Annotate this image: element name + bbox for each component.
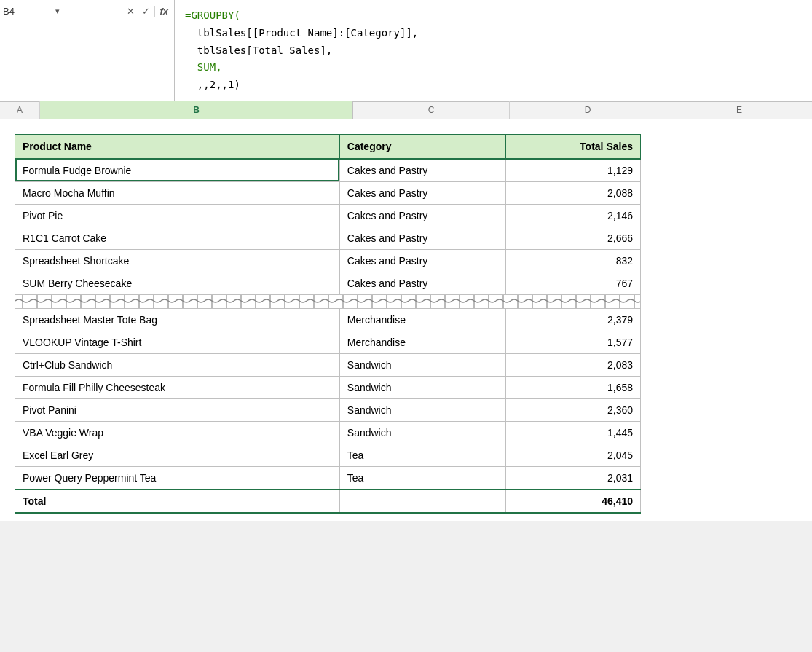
product-name-cell[interactable]: Power Query Peppermint Tea bbox=[15, 466, 340, 490]
total-label-cell: Total bbox=[15, 490, 340, 513]
col-header-d: D bbox=[510, 101, 666, 119]
table-row: Excel Earl Grey Tea 2,045 bbox=[15, 444, 641, 466]
formula-left-panel: ▾ ✕ ✓ fx bbox=[0, 0, 175, 101]
category-cell: Cakes and Pastry bbox=[339, 249, 505, 272]
sales-cell: 1,129 bbox=[506, 159, 641, 182]
table-row: VBA Veggie Wrap Sandwich 1,445 bbox=[15, 421, 641, 444]
product-name-cell[interactable]: Macro Mocha Muffin bbox=[15, 181, 340, 204]
category-cell: Sandwich bbox=[339, 421, 505, 444]
product-name-cell[interactable]: Formula Fill Philly Cheesesteak bbox=[15, 376, 340, 398]
fx-icon[interactable]: fx bbox=[157, 4, 171, 18]
product-name-cell[interactable]: VLOOKUP Vintage T-Shirt bbox=[15, 331, 340, 353]
sales-cell: 2,146 bbox=[506, 204, 641, 227]
sales-cell: 2,360 bbox=[506, 398, 641, 421]
sales-cell: 2,045 bbox=[506, 444, 641, 466]
product-name-cell[interactable]: SUM Berry Cheesecake bbox=[15, 272, 340, 294]
table-row: Spreadsheet Master Tote Bag Merchandise … bbox=[15, 308, 641, 331]
sales-cell: 2,088 bbox=[506, 181, 641, 204]
col-header-category: Category bbox=[339, 134, 505, 159]
table-container: Product Name Category Total Sales Formul… bbox=[0, 119, 812, 521]
table-row: Ctrl+Club Sandwich Sandwich 2,083 bbox=[15, 353, 641, 376]
table-row: Macro Mocha Muffin Cakes and Pastry 2,08… bbox=[15, 181, 641, 204]
table-row: Spreadsheet Shortcake Cakes and Pastry 8… bbox=[15, 249, 641, 272]
category-cell: Tea bbox=[339, 466, 505, 490]
sales-cell: 832 bbox=[506, 249, 641, 272]
product-name-cell[interactable]: R1C1 Carrot Cake bbox=[15, 227, 340, 249]
confirm-formula-button[interactable]: ✓ bbox=[139, 4, 153, 18]
product-name-cell[interactable]: Pivot Pie bbox=[15, 204, 340, 227]
table-row: Formula Fill Philly Cheesesteak Sandwich… bbox=[15, 376, 641, 398]
category-cell: Merchandise bbox=[339, 308, 505, 331]
product-name-cell[interactable]: Formula Fudge Brownie bbox=[15, 159, 340, 182]
product-name-cell[interactable]: Spreadsheet Shortcake bbox=[15, 249, 340, 272]
col-header-b: B bbox=[40, 101, 353, 119]
chevron-down-icon[interactable]: ▾ bbox=[55, 7, 60, 16]
spreadsheet: Product Name Category Total Sales Formul… bbox=[0, 119, 812, 521]
category-cell: Cakes and Pastry bbox=[339, 159, 505, 182]
formula-input[interactable]: =GROUPBY( tblSales[[Product Name]:[Categ… bbox=[175, 0, 812, 101]
squiggly-separator bbox=[15, 294, 641, 308]
sales-cell: 2,083 bbox=[506, 353, 641, 376]
total-category-cell bbox=[339, 490, 505, 513]
name-box[interactable] bbox=[3, 6, 54, 17]
col-header-e: E bbox=[666, 101, 812, 119]
sales-cell: 2,031 bbox=[506, 466, 641, 490]
col-header-total-sales: Total Sales bbox=[506, 134, 641, 159]
table-row: Pivot Panini Sandwich 2,360 bbox=[15, 398, 641, 421]
product-name-cell[interactable]: Spreadsheet Master Tote Bag bbox=[15, 308, 340, 331]
total-row: Total 46,410 bbox=[15, 490, 641, 513]
product-name-cell[interactable]: Ctrl+Club Sandwich bbox=[15, 353, 340, 376]
category-cell: Merchandise bbox=[339, 331, 505, 353]
name-box-area: ▾ ✕ ✓ fx bbox=[0, 0, 174, 23]
sales-cell: 767 bbox=[506, 272, 641, 294]
category-cell: Tea bbox=[339, 444, 505, 466]
product-name-cell[interactable]: Excel Earl Grey bbox=[15, 444, 340, 466]
table-row: VLOOKUP Vintage T-Shirt Merchandise 1,57… bbox=[15, 331, 641, 353]
sales-cell: 1,577 bbox=[506, 331, 641, 353]
category-cell: Cakes and Pastry bbox=[339, 204, 505, 227]
category-cell: Cakes and Pastry bbox=[339, 272, 505, 294]
sales-cell: 2,666 bbox=[506, 227, 641, 249]
category-cell: Sandwich bbox=[339, 398, 505, 421]
col-header-a: A bbox=[0, 101, 40, 119]
category-cell: Sandwich bbox=[339, 353, 505, 376]
table-row: R1C1 Carrot Cake Cakes and Pastry 2,666 bbox=[15, 227, 641, 249]
col-header-c: C bbox=[353, 101, 510, 119]
product-name-cell[interactable]: Pivot Panini bbox=[15, 398, 340, 421]
sales-cell: 1,445 bbox=[506, 421, 641, 444]
column-headers-row: A B C D E bbox=[0, 102, 812, 119]
col-header-product-name: Product Name bbox=[15, 134, 340, 159]
data-table: Product Name Category Total Sales Formul… bbox=[15, 134, 641, 514]
cancel-formula-button[interactable]: ✕ bbox=[124, 4, 138, 18]
svg-rect-0 bbox=[15, 297, 640, 305]
table-row: Formula Fudge Brownie Cakes and Pastry 1… bbox=[15, 159, 641, 182]
table-row: SUM Berry Cheesecake Cakes and Pastry 76… bbox=[15, 272, 641, 294]
category-cell: Cakes and Pastry bbox=[339, 227, 505, 249]
table-row: Pivot Pie Cakes and Pastry 2,146 bbox=[15, 204, 641, 227]
sales-cell: 2,379 bbox=[506, 308, 641, 331]
sales-cell: 1,658 bbox=[506, 376, 641, 398]
total-sales-cell: 46,410 bbox=[506, 490, 641, 513]
category-cell: Sandwich bbox=[339, 376, 505, 398]
table-row: Power Query Peppermint Tea Tea 2,031 bbox=[15, 466, 641, 490]
category-cell: Cakes and Pastry bbox=[339, 181, 505, 204]
product-name-cell[interactable]: VBA Veggie Wrap bbox=[15, 421, 340, 444]
formula-bar: ▾ ✕ ✓ fx =GROUPBY( tblSales[[Product Nam… bbox=[0, 0, 812, 102]
